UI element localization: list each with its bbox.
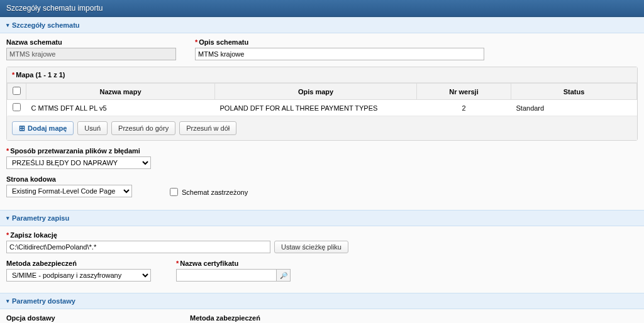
move-up-button[interactable]: Przesuń do góry xyxy=(111,121,175,135)
section-header-delivery[interactable]: ▾ Parametry dostawy xyxy=(0,293,644,309)
map-col-select xyxy=(8,84,26,100)
cert-field[interactable] xyxy=(176,269,277,282)
section-body-delivery: Opcja dostawy Metoda zabezpieczeń xyxy=(0,309,644,323)
error-mode-select[interactable]: PRZEŚLIJ BŁĘDY DO NAPRAWY xyxy=(6,156,151,169)
cell-map-name: C MTMS DFT ALL PL v5 xyxy=(26,100,215,116)
save-location-field[interactable] xyxy=(6,241,270,253)
move-down-button[interactable]: Przesuń w dół xyxy=(179,121,236,135)
map-grid-title: *Mapa (1 - 1 z 1) xyxy=(7,67,637,83)
cell-map-status: Standard xyxy=(511,100,637,116)
map-table: Nazwa mapy Opis mapy Nr wersji Status C … xyxy=(7,83,637,116)
chevron-down-icon: ▾ xyxy=(6,215,9,221)
add-map-button[interactable]: Dodaj mapę xyxy=(12,121,74,135)
error-mode-label: *Sposób przetwarzania plików z błędami xyxy=(6,147,151,155)
map-col-desc: Opis mapy xyxy=(215,84,417,100)
window-title: Szczegóły schematu importu xyxy=(0,0,644,17)
row-checkbox[interactable] xyxy=(13,103,21,111)
section-title: Parametry dostawy xyxy=(12,297,75,305)
map-col-name: Nazwa mapy xyxy=(26,84,215,100)
section-title: Parametry zapisu xyxy=(12,214,69,222)
scheme-desc-field[interactable] xyxy=(195,48,484,60)
map-col-version: Nr wersji xyxy=(417,84,511,100)
add-icon xyxy=(19,124,25,133)
delete-button[interactable]: Usuń xyxy=(77,121,108,135)
delivery-security-label: Metoda zabezpieczeń xyxy=(190,314,335,322)
section-header-details[interactable]: ▾ Szczegóły schematu xyxy=(0,17,644,33)
section-body-details: Nazwa schematu *Opis schematu *Mapa (1 -… xyxy=(0,33,644,210)
set-path-button[interactable]: Ustaw ścieżkę pliku xyxy=(274,241,348,253)
chevron-down-icon: ▾ xyxy=(6,298,9,304)
codepage-select[interactable]: Existing Format-Level Code Page xyxy=(6,185,132,197)
save-location-label: *Zapisz lokację xyxy=(6,231,348,239)
search-icon xyxy=(280,271,287,279)
section-header-save[interactable]: ▾ Parametry zapisu xyxy=(0,210,644,226)
restricted-label: Schemat zastrzeżony xyxy=(182,189,248,196)
map-grid-container: *Mapa (1 - 1 z 1) Nazwa mapy Opis mapy N… xyxy=(6,67,638,141)
scheme-desc-label: *Opis schematu xyxy=(195,38,484,46)
map-col-status: Status xyxy=(511,84,637,100)
cert-lookup-button[interactable] xyxy=(277,269,291,282)
scheme-name-field xyxy=(6,48,176,60)
select-all-checkbox[interactable] xyxy=(13,87,21,95)
chevron-down-icon: ▾ xyxy=(6,22,9,28)
delivery-option-label: Opcja dostawy xyxy=(6,314,165,322)
section-body-save: *Zapisz lokację Ustaw ścieżkę pliku Meto… xyxy=(0,226,644,293)
security-method-select[interactable]: S/MIME - podpisany i zaszyfrowany xyxy=(6,269,151,282)
cert-label: *Nazwa certyfikatu xyxy=(176,260,291,267)
codepage-label: Strona kodowa xyxy=(6,175,132,183)
table-row[interactable]: C MTMS DFT ALL PL v5 POLAND DFT FOR ALL … xyxy=(8,100,637,116)
cell-map-desc: POLAND DFT FOR ALL THREE PAYMENT TYPES xyxy=(215,100,417,116)
restricted-checkbox[interactable] xyxy=(170,188,178,196)
cell-map-version: 2 xyxy=(417,100,511,116)
scheme-name-label: Nazwa schematu xyxy=(6,38,176,46)
section-title: Szczegóły schematu xyxy=(12,21,80,29)
security-method-label: Metoda zabezpieczeń xyxy=(6,260,151,267)
